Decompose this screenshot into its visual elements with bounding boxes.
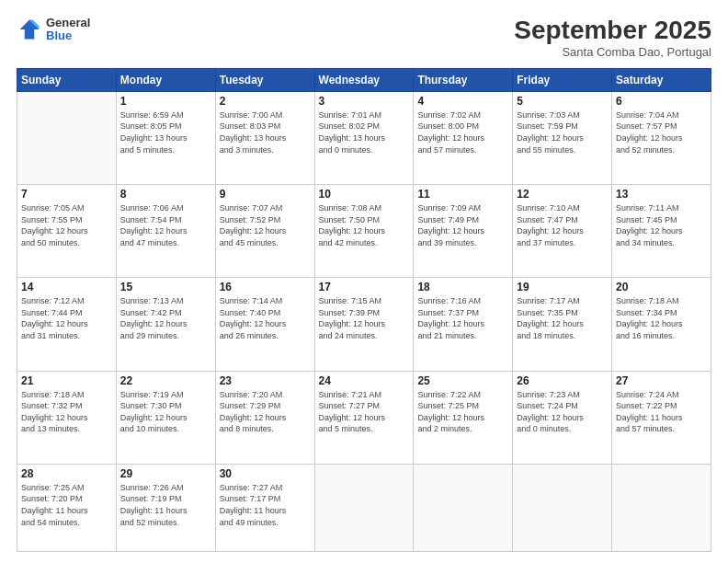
logo-line2: Blue xyxy=(46,29,90,42)
week-row-2: 7Sunrise: 7:05 AM Sunset: 7:55 PM Daylig… xyxy=(17,185,711,278)
day-info: Sunrise: 7:09 AM Sunset: 7:49 PM Dayligh… xyxy=(417,202,508,248)
calendar-cell: 18Sunrise: 7:16 AM Sunset: 7:37 PM Dayli… xyxy=(414,278,513,371)
calendar-cell: 11Sunrise: 7:09 AM Sunset: 7:49 PM Dayli… xyxy=(414,185,513,278)
calendar-cell: 2Sunrise: 7:00 AM Sunset: 8:03 PM Daylig… xyxy=(215,91,314,184)
day-number: 18 xyxy=(417,281,508,293)
day-number: 28 xyxy=(21,467,112,480)
calendar-cell: 21Sunrise: 7:18 AM Sunset: 7:32 PM Dayli… xyxy=(17,371,117,464)
weekday-header-thursday: Thursday xyxy=(414,68,513,91)
day-info: Sunrise: 7:25 AM Sunset: 7:20 PM Dayligh… xyxy=(21,482,112,528)
calendar-cell: 10Sunrise: 7:08 AM Sunset: 7:50 PM Dayli… xyxy=(314,185,414,278)
calendar-cell: 27Sunrise: 7:24 AM Sunset: 7:22 PM Dayli… xyxy=(612,371,711,464)
calendar-cell: 15Sunrise: 7:13 AM Sunset: 7:42 PM Dayli… xyxy=(116,278,215,371)
calendar-cell: 7Sunrise: 7:05 AM Sunset: 7:55 PM Daylig… xyxy=(17,185,117,278)
day-number: 21 xyxy=(21,374,112,387)
calendar-cell: 17Sunrise: 7:15 AM Sunset: 7:39 PM Dayli… xyxy=(314,278,414,371)
logo-line1: General xyxy=(46,17,90,29)
day-number: 22 xyxy=(120,374,211,387)
weekday-header-wednesday: Wednesday xyxy=(314,68,414,91)
day-info: Sunrise: 7:14 AM Sunset: 7:40 PM Dayligh… xyxy=(220,295,311,341)
day-info: Sunrise: 7:03 AM Sunset: 7:59 PM Dayligh… xyxy=(517,109,608,155)
day-number: 8 xyxy=(120,188,211,201)
day-number: 13 xyxy=(616,188,707,201)
calendar-cell: 14Sunrise: 7:12 AM Sunset: 7:44 PM Dayli… xyxy=(17,278,117,371)
calendar-cell xyxy=(314,464,414,551)
calendar-cell: 16Sunrise: 7:14 AM Sunset: 7:40 PM Dayli… xyxy=(215,278,314,371)
day-number: 26 xyxy=(517,374,608,387)
day-info: Sunrise: 7:20 AM Sunset: 7:29 PM Dayligh… xyxy=(220,389,311,435)
svg-marker-0 xyxy=(20,20,40,40)
day-number: 29 xyxy=(120,467,211,480)
day-number: 30 xyxy=(220,467,311,480)
day-info: Sunrise: 7:19 AM Sunset: 7:30 PM Dayligh… xyxy=(120,389,211,435)
calendar-cell: 13Sunrise: 7:11 AM Sunset: 7:45 PM Dayli… xyxy=(612,185,711,278)
calendar-cell: 19Sunrise: 7:17 AM Sunset: 7:35 PM Dayli… xyxy=(513,278,612,371)
week-row-5: 28Sunrise: 7:25 AM Sunset: 7:20 PM Dayli… xyxy=(17,464,711,551)
day-number: 17 xyxy=(319,281,410,293)
day-number: 12 xyxy=(517,188,608,201)
week-row-1: 1Sunrise: 6:59 AM Sunset: 8:05 PM Daylig… xyxy=(17,91,711,184)
calendar-cell: 23Sunrise: 7:20 AM Sunset: 7:29 PM Dayli… xyxy=(215,371,314,464)
day-info: Sunrise: 7:02 AM Sunset: 8:00 PM Dayligh… xyxy=(417,109,508,155)
calendar-cell: 28Sunrise: 7:25 AM Sunset: 7:20 PM Dayli… xyxy=(17,464,117,551)
day-number: 2 xyxy=(220,95,311,108)
day-info: Sunrise: 7:10 AM Sunset: 7:47 PM Dayligh… xyxy=(517,202,608,248)
calendar-cell: 8Sunrise: 7:06 AM Sunset: 7:54 PM Daylig… xyxy=(116,185,215,278)
location-subtitle: Santa Comba Dao, Portugal xyxy=(514,45,711,59)
day-number: 3 xyxy=(319,95,410,108)
weekday-header-tuesday: Tuesday xyxy=(215,68,314,91)
weekday-header-friday: Friday xyxy=(513,68,612,91)
day-number: 4 xyxy=(417,95,508,108)
day-info: Sunrise: 7:13 AM Sunset: 7:42 PM Dayligh… xyxy=(120,295,211,341)
day-number: 19 xyxy=(517,281,608,293)
day-number: 6 xyxy=(616,95,707,108)
day-info: Sunrise: 7:22 AM Sunset: 7:25 PM Dayligh… xyxy=(417,389,508,435)
page: General Blue September 2025 Santa Comba … xyxy=(0,0,728,563)
day-info: Sunrise: 7:18 AM Sunset: 7:32 PM Dayligh… xyxy=(21,389,112,435)
calendar-cell: 3Sunrise: 7:01 AM Sunset: 8:02 PM Daylig… xyxy=(314,91,414,184)
header: General Blue September 2025 Santa Comba … xyxy=(17,17,711,59)
calendar-cell: 9Sunrise: 7:07 AM Sunset: 7:52 PM Daylig… xyxy=(215,185,314,278)
day-number: 15 xyxy=(120,281,211,293)
day-number: 20 xyxy=(616,281,707,293)
day-info: Sunrise: 7:04 AM Sunset: 7:57 PM Dayligh… xyxy=(616,109,707,155)
day-info: Sunrise: 7:16 AM Sunset: 7:37 PM Dayligh… xyxy=(417,295,508,341)
calendar-cell: 12Sunrise: 7:10 AM Sunset: 7:47 PM Dayli… xyxy=(513,185,612,278)
day-number: 9 xyxy=(220,188,311,201)
calendar-cell xyxy=(513,464,612,551)
calendar-cell: 24Sunrise: 7:21 AM Sunset: 7:27 PM Dayli… xyxy=(314,371,414,464)
day-info: Sunrise: 7:08 AM Sunset: 7:50 PM Dayligh… xyxy=(319,202,410,248)
day-number: 24 xyxy=(319,374,410,387)
day-info: Sunrise: 7:18 AM Sunset: 7:34 PM Dayligh… xyxy=(616,295,707,341)
day-number: 5 xyxy=(517,95,608,108)
calendar-cell: 22Sunrise: 7:19 AM Sunset: 7:30 PM Dayli… xyxy=(116,371,215,464)
calendar-cell: 5Sunrise: 7:03 AM Sunset: 7:59 PM Daylig… xyxy=(513,91,612,184)
day-info: Sunrise: 7:12 AM Sunset: 7:44 PM Dayligh… xyxy=(21,295,112,341)
day-number: 27 xyxy=(616,374,707,387)
day-info: Sunrise: 6:59 AM Sunset: 8:05 PM Dayligh… xyxy=(120,109,211,155)
calendar-cell xyxy=(17,91,117,184)
calendar-table: SundayMondayTuesdayWednesdayThursdayFrid… xyxy=(17,68,711,552)
calendar-cell xyxy=(414,464,513,551)
day-info: Sunrise: 7:26 AM Sunset: 7:19 PM Dayligh… xyxy=(120,482,211,528)
month-title: September 2025 xyxy=(514,17,711,45)
day-info: Sunrise: 7:23 AM Sunset: 7:24 PM Dayligh… xyxy=(517,389,608,435)
day-info: Sunrise: 7:27 AM Sunset: 7:17 PM Dayligh… xyxy=(220,482,311,528)
day-info: Sunrise: 7:17 AM Sunset: 7:35 PM Dayligh… xyxy=(517,295,608,341)
calendar-cell: 29Sunrise: 7:26 AM Sunset: 7:19 PM Dayli… xyxy=(116,464,215,551)
calendar-cell: 4Sunrise: 7:02 AM Sunset: 8:00 PM Daylig… xyxy=(414,91,513,184)
title-block: September 2025 Santa Comba Dao, Portugal xyxy=(514,17,711,59)
day-info: Sunrise: 7:07 AM Sunset: 7:52 PM Dayligh… xyxy=(220,202,311,248)
day-number: 14 xyxy=(21,281,112,293)
day-info: Sunrise: 7:06 AM Sunset: 7:54 PM Dayligh… xyxy=(120,202,211,248)
day-info: Sunrise: 7:21 AM Sunset: 7:27 PM Dayligh… xyxy=(319,389,410,435)
weekday-header-monday: Monday xyxy=(116,68,215,91)
weekday-header-row: SundayMondayTuesdayWednesdayThursdayFrid… xyxy=(17,68,711,91)
calendar-cell: 6Sunrise: 7:04 AM Sunset: 7:57 PM Daylig… xyxy=(612,91,711,184)
week-row-4: 21Sunrise: 7:18 AM Sunset: 7:32 PM Dayli… xyxy=(17,371,711,464)
day-info: Sunrise: 7:15 AM Sunset: 7:39 PM Dayligh… xyxy=(319,295,410,341)
day-number: 23 xyxy=(220,374,311,387)
calendar-cell xyxy=(612,464,711,551)
day-number: 11 xyxy=(417,188,508,201)
day-number: 10 xyxy=(319,188,410,201)
